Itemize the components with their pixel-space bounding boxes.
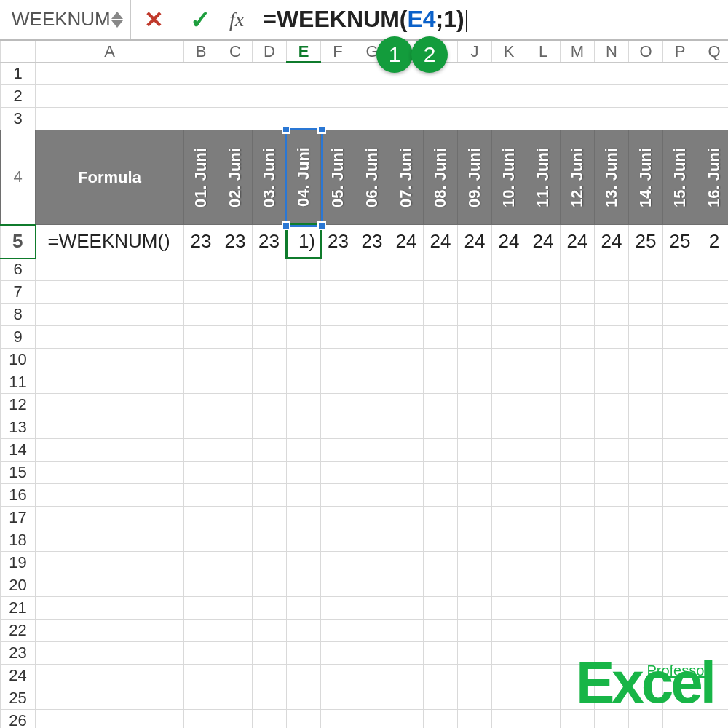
cell[interactable]: [218, 710, 253, 729]
cell[interactable]: 24: [492, 225, 526, 258]
cell[interactable]: [561, 507, 595, 529]
cell[interactable]: [321, 597, 355, 620]
cell[interactable]: [355, 529, 389, 552]
cell[interactable]: [36, 326, 184, 349]
cell[interactable]: [389, 597, 424, 620]
cell[interactable]: [355, 304, 389, 326]
cell[interactable]: [458, 439, 492, 462]
cell[interactable]: [561, 304, 595, 326]
cell[interactable]: [355, 371, 389, 394]
cell[interactable]: [629, 439, 663, 462]
cell[interactable]: [526, 710, 561, 729]
date-header-cell[interactable]: 06. Juni: [355, 130, 389, 225]
cell[interactable]: [287, 710, 321, 729]
cell[interactable]: [321, 642, 355, 665]
cell[interactable]: [458, 349, 492, 371]
cell[interactable]: [321, 439, 355, 462]
cell[interactable]: [697, 462, 729, 484]
cell[interactable]: [595, 620, 629, 642]
cell[interactable]: [697, 439, 729, 462]
fx-icon[interactable]: fx: [223, 8, 258, 31]
cell[interactable]: [526, 371, 561, 394]
cell[interactable]: [184, 462, 218, 484]
cell[interactable]: [253, 597, 287, 620]
cell[interactable]: [629, 484, 663, 507]
cell[interactable]: [287, 439, 321, 462]
cell[interactable]: [36, 574, 184, 597]
cell[interactable]: [561, 552, 595, 574]
cell[interactable]: [287, 394, 321, 416]
cell[interactable]: [321, 574, 355, 597]
row-header[interactable]: 6: [1, 258, 36, 281]
cell[interactable]: [492, 574, 526, 597]
cell[interactable]: [253, 304, 287, 326]
cell[interactable]: [355, 710, 389, 729]
cell[interactable]: [253, 416, 287, 439]
cell[interactable]: [458, 529, 492, 552]
row-header-active[interactable]: 5: [1, 225, 36, 258]
cell[interactable]: [389, 394, 424, 416]
cell[interactable]: [458, 507, 492, 529]
cell[interactable]: [36, 416, 184, 439]
cell[interactable]: [458, 665, 492, 687]
cell[interactable]: [36, 687, 184, 710]
cell[interactable]: [287, 281, 321, 304]
cell[interactable]: [561, 529, 595, 552]
cell[interactable]: [424, 552, 458, 574]
column-header[interactable]: O: [629, 41, 663, 63]
cell[interactable]: [492, 416, 526, 439]
cell[interactable]: [321, 462, 355, 484]
cell[interactable]: [663, 507, 697, 529]
cell[interactable]: [697, 597, 729, 620]
cell[interactable]: [355, 326, 389, 349]
cell[interactable]: [389, 349, 424, 371]
row-header[interactable]: 21: [1, 597, 36, 620]
cell[interactable]: [36, 620, 184, 642]
date-header-cell[interactable]: 11. Juni: [526, 130, 561, 225]
cell[interactable]: [218, 484, 253, 507]
cell[interactable]: [595, 529, 629, 552]
cell[interactable]: 24: [526, 225, 561, 258]
row-header[interactable]: 19: [1, 552, 36, 574]
row-header[interactable]: 20: [1, 574, 36, 597]
cell[interactable]: [595, 326, 629, 349]
cell[interactable]: [561, 462, 595, 484]
cell[interactable]: [184, 371, 218, 394]
cell[interactable]: [526, 281, 561, 304]
cell[interactable]: [36, 281, 184, 304]
row-header[interactable]: 13: [1, 416, 36, 439]
cell[interactable]: [697, 371, 729, 394]
cell[interactable]: [287, 416, 321, 439]
cell[interactable]: [355, 574, 389, 597]
cell[interactable]: [458, 484, 492, 507]
cell[interactable]: [492, 371, 526, 394]
cell[interactable]: [287, 574, 321, 597]
cell[interactable]: [184, 710, 218, 729]
cell[interactable]: [595, 484, 629, 507]
cell[interactable]: [697, 529, 729, 552]
cell[interactable]: [629, 371, 663, 394]
cell[interactable]: [629, 394, 663, 416]
cell[interactable]: [663, 552, 697, 574]
cell[interactable]: [218, 304, 253, 326]
cell[interactable]: [492, 507, 526, 529]
cell[interactable]: [526, 642, 561, 665]
cell[interactable]: [253, 326, 287, 349]
cell[interactable]: [355, 394, 389, 416]
cell[interactable]: [458, 642, 492, 665]
cell[interactable]: [287, 552, 321, 574]
cell[interactable]: [458, 710, 492, 729]
cell[interactable]: [629, 574, 663, 597]
cell[interactable]: [355, 597, 389, 620]
cell[interactable]: 24: [561, 225, 595, 258]
row-header[interactable]: 25: [1, 687, 36, 710]
chevron-down-icon[interactable]: [111, 20, 123, 28]
cell[interactable]: [424, 574, 458, 597]
cell[interactable]: [321, 710, 355, 729]
row-header[interactable]: 15: [1, 462, 36, 484]
cell[interactable]: [526, 665, 561, 687]
cell[interactable]: [492, 462, 526, 484]
cell[interactable]: [184, 416, 218, 439]
cell[interactable]: [218, 507, 253, 529]
cell[interactable]: [253, 529, 287, 552]
